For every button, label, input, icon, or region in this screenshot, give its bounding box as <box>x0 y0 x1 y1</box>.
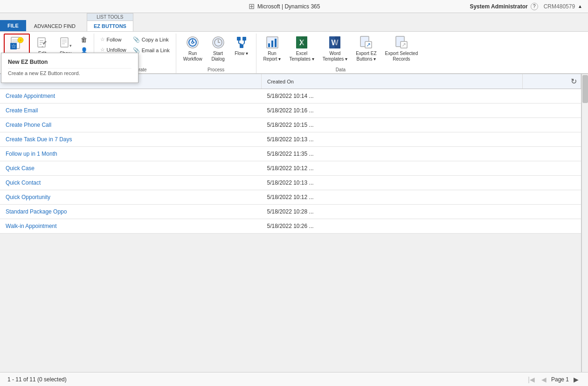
start-dialog-label: StartDialog <box>211 51 224 62</box>
row-link[interactable]: Create Email <box>6 107 38 114</box>
date-cell: 5/18/2022 10:28 ... <box>261 205 522 219</box>
copy-link-button[interactable]: 📎 Copy a Link <box>131 35 172 44</box>
refresh-icon[interactable]: ↻ <box>571 77 577 85</box>
svg-text:↗: ↗ <box>401 41 406 48</box>
main-content: Created On ↻ Create Appointment 5/18/202… <box>0 74 588 386</box>
export-selected-button[interactable]: ↗ Export SelectedRecords <box>382 34 422 63</box>
svg-rect-2 <box>12 41 19 42</box>
date-cell: 5/18/2022 10:16 ... <box>261 103 522 118</box>
record-info: 1 - 11 of 11 (0 selected) <box>7 376 67 383</box>
delete-icon: 🗑 <box>81 36 87 43</box>
new-ez-button-tooltip: New EZ Button Create a new EZ Button rec… <box>1 53 138 83</box>
svg-point-21 <box>192 41 194 43</box>
run-workflow-button[interactable]: RunWorkflow <box>180 34 206 63</box>
start-dialog-icon <box>211 35 226 50</box>
data-group-label: Data <box>260 67 422 73</box>
svg-line-30 <box>243 43 244 44</box>
date-cell: 5/18/2022 10:14 ... <box>261 89 522 103</box>
export-selected-icon: ↗ <box>394 35 409 50</box>
app-title-area: ⊞ Microsoft | Dynamics 365 <box>249 2 320 11</box>
unfollow-star-icon: ☆ <box>100 47 105 53</box>
row-link[interactable]: Walk-in Appointment <box>6 223 57 229</box>
ms-logo-icon: ⊞ <box>249 2 255 11</box>
tooltip-description: Create a new EZ Button record. <box>8 70 131 76</box>
date-cell: 5/18/2022 10:13 ... <box>261 176 522 190</box>
date-cell: 5/18/2022 10:12 ... <box>261 190 522 205</box>
next-page-button[interactable]: ▶ <box>572 376 581 383</box>
date-cell: 5/18/2022 11:35 ... <box>261 147 522 161</box>
table-row: Quick Opportunity 5/18/2022 10:12 ... <box>0 190 581 205</box>
col-created-on-header[interactable]: Created On <box>261 74 522 89</box>
tab-file[interactable]: FILE <box>0 20 26 31</box>
excel-templates-label: ExcelTemplates ▾ <box>289 51 314 62</box>
svg-rect-32 <box>268 43 270 47</box>
row-link[interactable]: Create Task Due in 7 Days <box>6 136 72 143</box>
export-ez-button[interactable]: ↗ Export EZButtons ▾ <box>353 34 380 63</box>
run-workflow-label: RunWorkflow <box>183 51 202 62</box>
row-link[interactable]: Create Appointment <box>6 93 55 99</box>
unfollow-label: Unfollow <box>107 47 126 53</box>
date-cell: 5/18/2022 10:26 ... <box>261 219 522 234</box>
svg-rect-34 <box>275 39 277 47</box>
row-link[interactable]: Follow up in 1 Month <box>6 151 57 157</box>
new-ez-button-icon: ☆ ✦ <box>9 36 24 51</box>
run-report-button[interactable]: RunReport ▾ <box>260 34 284 63</box>
tab-ez-buttons[interactable]: EZ BUTTONS <box>87 21 133 31</box>
edit-icon <box>35 35 50 50</box>
tab-advanced-find[interactable]: ADVANCED FIND <box>27 21 83 31</box>
table-row: Create Email 5/18/2022 10:16 ... <box>0 103 581 118</box>
svg-rect-14 <box>61 38 68 47</box>
follow-star-icon: ☆ <box>100 36 105 42</box>
row-link[interactable]: Quick Opportunity <box>6 194 50 200</box>
table-wrapper[interactable]: Created On ↻ Create Appointment 5/18/202… <box>0 74 581 386</box>
scrollbar-track[interactable] <box>581 74 588 386</box>
data-buttons: RunReport ▾ X ExcelTemplates ▾ <box>260 34 422 66</box>
top-bar: ⊞ Microsoft | Dynamics 365 System Admini… <box>0 0 588 13</box>
crm-id: CRM480579 <box>544 3 575 10</box>
row-link[interactable]: Quick Contact <box>6 179 41 186</box>
follow-label: Follow <box>107 37 122 42</box>
svg-rect-24 <box>237 37 241 41</box>
chevron-icon[interactable]: ▲ <box>578 4 582 9</box>
export-selected-label: Export SelectedRecords <box>385 51 418 62</box>
run-workflow-icon <box>185 35 200 50</box>
word-templates-label: WordTemplates ▾ <box>323 51 347 62</box>
flow-icon <box>234 35 249 50</box>
export-ez-label: Export EZButtons ▾ <box>356 51 376 62</box>
svg-rect-40 <box>335 36 340 48</box>
table-row: Standard Package Oppo 5/18/2022 10:28 ..… <box>0 205 581 219</box>
table-row: Quick Case 5/18/2022 10:12 ... <box>0 161 581 176</box>
start-dialog-button[interactable]: StartDialog <box>208 34 229 63</box>
show-as-icon: ▾ <box>58 35 73 50</box>
refresh-header[interactable]: ↻ <box>523 74 581 89</box>
svg-rect-26 <box>240 44 243 48</box>
user-info-area: System Administrator ? CRM480579 ▲ <box>470 3 582 10</box>
table-row: Create Task Due in 7 Days 5/18/2022 10:1… <box>0 132 581 147</box>
help-icon[interactable]: ? <box>531 3 538 10</box>
flow-label: Flow ▾ <box>235 51 248 56</box>
ribbon-group-data: RunReport ▾ X ExcelTemplates ▾ <box>256 34 425 73</box>
follow-button[interactable]: ☆ Follow <box>98 35 129 44</box>
prev-page-button[interactable]: ◀ <box>540 376 548 383</box>
copy-link-icon: 📎 <box>133 36 140 43</box>
excel-icon: X <box>294 35 309 50</box>
flow-button[interactable]: Flow ▾ <box>231 34 252 58</box>
row-link[interactable]: Quick Case <box>6 165 35 172</box>
process-group-label: Process <box>180 67 252 73</box>
excel-templates-button[interactable]: X ExcelTemplates ▾ <box>286 34 317 63</box>
list-tools-label: LIST TOOLS <box>87 13 133 21</box>
export-ez-icon: ↗ <box>359 35 374 50</box>
svg-rect-37 <box>302 36 307 48</box>
delete-button[interactable]: 🗑 <box>78 34 90 45</box>
copy-link-label: Copy a Link <box>142 37 169 42</box>
svg-rect-33 <box>271 41 273 47</box>
row-link[interactable]: Create Phone Call <box>6 122 51 128</box>
scrollbar-thumb[interactable] <box>582 75 588 103</box>
word-templates-button[interactable]: W WordTemplates ▾ <box>319 34 351 63</box>
row-link[interactable]: Standard Package Oppo <box>6 208 67 215</box>
table-row: Create Phone Call 5/18/2022 10:15 ... <box>0 118 581 132</box>
data-table: Created On ↻ Create Appointment 5/18/202… <box>0 74 581 234</box>
svg-text:▾: ▾ <box>69 43 72 48</box>
first-page-button[interactable]: |◀ <box>526 376 537 383</box>
run-report-icon <box>265 35 280 50</box>
